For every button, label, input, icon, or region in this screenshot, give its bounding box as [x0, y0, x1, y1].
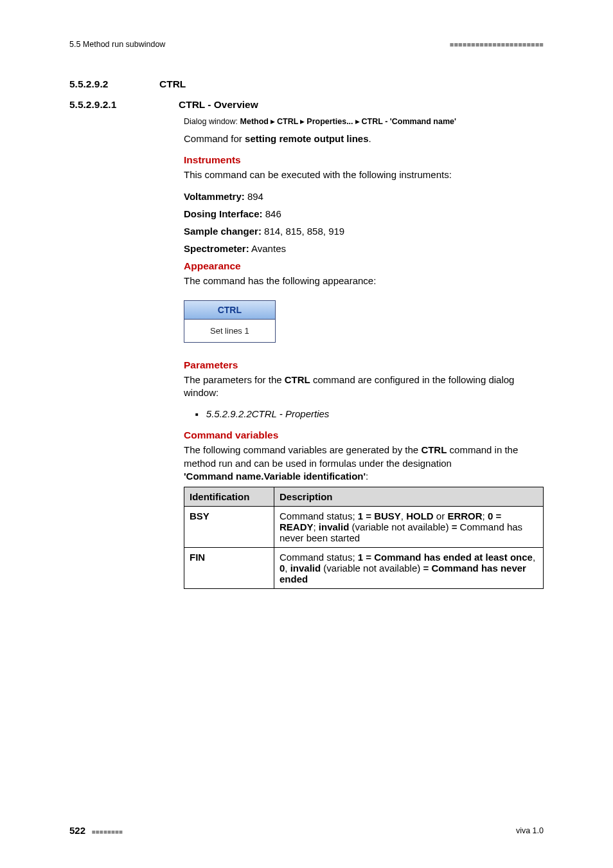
instrument-row: Dosing Interface: 846 [184, 208, 544, 219]
cmdvars-text: The following command variables are gene… [184, 444, 544, 483]
ctrl-figure: CTRL Set lines 1 [184, 300, 276, 343]
content-column: Dialog window: Method▶CTRL▶Properties...… [184, 117, 544, 589]
dialog-part: Properties... [306, 117, 353, 126]
instrument-row: Voltammetry: 894 [184, 191, 544, 202]
dialog-part: Method [240, 117, 269, 126]
var-id: FIN [184, 548, 274, 589]
table-row: BSY Command status; 1 = BUSY, HOLD or ER… [184, 507, 544, 548]
instrument-row: Sample changer: 814, 815, 858, 919 [184, 226, 544, 237]
instrument-row: Spectrometer: Avantes [184, 243, 544, 254]
parameters-link: 5.5.2.9.2.2CTRL - Properties [195, 408, 544, 419]
instruments-intro: This command can be executed with the fo… [184, 168, 544, 181]
intro-text: Command for setting remote output lines. [184, 132, 544, 145]
section-heading-overview: 5.5.2.9.2.1 CTRL - Overview [69, 99, 544, 111]
heading-parameters: Parameters [184, 359, 544, 371]
header-left: 5.5 Method run subwindow [69, 40, 165, 49]
page-footer: 522 ■■■■■■■■ viva 1.0 [69, 825, 544, 836]
header-decor: ■■■■■■■■■■■■■■■■■■■■■■ [450, 41, 544, 48]
dialog-prefix: Dialog window: [184, 117, 240, 126]
parameters-text: The parameters for the CTRL command are … [184, 374, 544, 400]
ctrl-figure-title: CTRL [184, 301, 275, 320]
heading-appearance: Appearance [184, 260, 544, 272]
dialog-path: Dialog window: Method▶CTRL▶Properties...… [184, 117, 544, 126]
heading-command-variables: Command variables [184, 429, 544, 441]
triangle-icon: ▶ [269, 118, 277, 125]
command-variables-table: Identification Description BSY Command s… [184, 487, 544, 589]
var-desc: Command status; 1 = BUSY, HOLD or ERROR;… [274, 507, 544, 548]
triangle-icon: ▶ [298, 118, 306, 125]
ctrl-figure-body: Set lines 1 [184, 320, 275, 342]
footer-right: viva 1.0 [516, 826, 544, 835]
footer-left: 522 ■■■■■■■■ [69, 825, 123, 836]
section-number: 5.5.2.9.2 [69, 78, 159, 90]
table-header-row: Identification Description [184, 487, 544, 507]
heading-instruments: Instruments [184, 154, 544, 166]
page-number: 522 [69, 825, 85, 836]
th-description: Description [274, 487, 544, 507]
footer-decor: ■■■■■■■■ [92, 828, 123, 835]
var-id: BSY [184, 507, 274, 548]
var-desc: Command status; 1 = Command has ended at… [274, 548, 544, 589]
section-title: CTRL [159, 78, 186, 90]
page-content: 5.5 Method run subwindow ■■■■■■■■■■■■■■■… [0, 0, 613, 589]
triangle-icon: ▶ [353, 118, 362, 125]
appearance-text: The command has the following appearance… [184, 275, 544, 287]
section-number: 5.5.2.9.2.1 [69, 99, 179, 111]
section-title: CTRL - Overview [179, 99, 258, 111]
section-heading-ctrl: 5.5.2.9.2 CTRL [69, 78, 544, 90]
parameters-list: 5.5.2.9.2.2CTRL - Properties [184, 408, 544, 419]
table-row: FIN Command status; 1 = Command has ende… [184, 548, 544, 589]
th-identification: Identification [184, 487, 274, 507]
dialog-part: CTRL - 'Command name' [362, 117, 456, 126]
running-header: 5.5 Method run subwindow ■■■■■■■■■■■■■■■… [69, 40, 544, 49]
dialog-part: CTRL [277, 117, 298, 126]
